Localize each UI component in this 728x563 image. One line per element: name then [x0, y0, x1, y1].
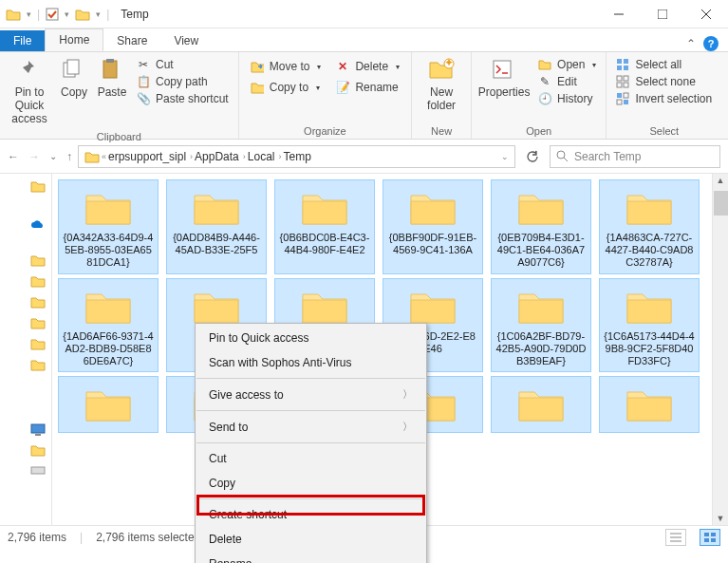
folder-icon	[513, 283, 569, 328]
edit-button[interactable]: ✎Edit	[538, 75, 596, 88]
maximize-button[interactable]	[641, 0, 684, 28]
folder-icon[interactable]	[30, 274, 46, 290]
scroll-down-icon[interactable]: ▼	[717, 514, 725, 523]
cm-copy[interactable]: Copy	[196, 471, 426, 496]
cm-sophos[interactable]: Scan with Sophos Anti-Virus	[196, 350, 426, 375]
qat-checkbox-icon[interactable]	[46, 8, 59, 21]
forward-button[interactable]: →	[28, 150, 40, 163]
vertical-scrollbar[interactable]: ▲ ▼	[712, 174, 728, 525]
cm-give-access[interactable]: Give access to〉	[196, 382, 426, 407]
folder-item[interactable]: {1C06A2BF-BD79-42B5-A90D-79D0DB3B9EAF}	[491, 278, 591, 373]
copy-to-button[interactable]: Copy to▾	[251, 81, 322, 94]
select-all-icon	[616, 58, 629, 71]
copy-to-icon	[251, 81, 264, 94]
group-organize: Move to▾ Copy to▾ ✕Delete▾ 📝Rename Organ…	[239, 52, 412, 139]
help-icon[interactable]: ?	[703, 36, 719, 51]
folder-item[interactable]: {1AD6AF66-9371-4AD2-BDB9-D58E86DE6A7C}	[58, 278, 159, 373]
paste-shortcut-button[interactable]: 📎Paste shortcut	[137, 92, 229, 105]
scrollbar-thumb[interactable]	[714, 191, 728, 216]
folder-item[interactable]	[599, 376, 700, 433]
pin-to-quick-access-button[interactable]: Pin to Quick access	[4, 54, 55, 129]
qat-dropdown-icon[interactable]: ▾	[65, 9, 69, 19]
context-menu: Pin to Quick access Scan with Sophos Ant…	[195, 323, 427, 563]
new-folder-button[interactable]: ✦ New folder	[416, 54, 467, 117]
refresh-button[interactable]	[521, 145, 544, 168]
folder-name: {0EB709B4-E3D1-49C1-BE64-036A7A9077C6}	[495, 232, 587, 270]
properties-button[interactable]: Properties	[476, 54, 532, 103]
svg-rect-22	[617, 100, 622, 104]
tab-view[interactable]: View	[160, 30, 212, 51]
cm-create-shortcut[interactable]: Create shortcut	[196, 502, 426, 527]
folder-icon[interactable]	[30, 295, 46, 310]
details-view-button[interactable]	[665, 529, 686, 546]
drive-icon[interactable]	[30, 464, 46, 479]
open-button[interactable]: Open▾	[538, 58, 596, 71]
breadcrumb-segment[interactable]: Local	[248, 150, 275, 163]
folder-item[interactable]: {0ADD84B9-A446-45AD-B33E-25F5	[166, 179, 267, 274]
chevron-up-icon[interactable]: ⌃	[686, 37, 696, 50]
quick-access-icon[interactable]	[30, 179, 46, 195]
breadcrumb-segment[interactable]: AppData	[195, 150, 239, 163]
up-button[interactable]: ↑	[66, 150, 72, 163]
copy-button[interactable]: Copy	[55, 54, 93, 103]
cm-send-to[interactable]: Send to〉	[196, 414, 426, 440]
group-clipboard: Pin to Quick access Copy Paste ✂Cut 📋Cop…	[0, 52, 239, 139]
history-icon: 🕘	[538, 92, 551, 105]
svg-rect-11	[494, 61, 511, 78]
cm-pin[interactable]: Pin to Quick access	[196, 326, 426, 350]
folder-icon[interactable]	[30, 358, 46, 373]
svg-rect-19	[624, 83, 628, 87]
svg-rect-12	[617, 59, 622, 64]
folder-item[interactable]	[491, 376, 591, 433]
cm-delete[interactable]: Delete	[196, 527, 426, 552]
folder-icon[interactable]	[30, 253, 46, 269]
cm-cut[interactable]: Cut	[196, 446, 426, 471]
folder-item[interactable]	[58, 376, 159, 433]
minimize-button[interactable]	[597, 0, 641, 28]
svg-point-24	[557, 151, 565, 159]
nav-pane[interactable]	[0, 174, 52, 525]
qat-overflow-icon[interactable]: ▾	[96, 9, 101, 19]
move-to-button[interactable]: Move to▾	[251, 60, 322, 73]
invert-selection-button[interactable]: Invert selection	[616, 92, 712, 105]
folder-icon	[404, 184, 461, 230]
this-pc-icon[interactable]	[30, 422, 46, 438]
back-button[interactable]: ←	[8, 150, 19, 163]
breadcrumb-dropdown[interactable]: ⌄	[501, 152, 509, 161]
scroll-up-icon[interactable]: ▲	[717, 176, 725, 185]
breadcrumb-segment[interactable]: erpsupport_sipl	[108, 150, 186, 163]
folder-item[interactable]: {1C6A5173-44D4-49B8-9CF2-5F8D40FD33FC}	[599, 278, 700, 373]
folder-item[interactable]: {0A342A33-64D9-45EB-8955-03EA6581DCA1}	[58, 179, 159, 274]
folder-icon[interactable]	[30, 443, 46, 459]
folder-icon[interactable]	[30, 337, 46, 352]
breadcrumb[interactable]: « erpsupport_sipl› AppData› Local› Temp …	[78, 145, 515, 168]
rename-button[interactable]: 📝Rename	[336, 81, 400, 94]
cm-rename[interactable]: Rename	[196, 552, 426, 563]
select-none-button[interactable]: Select none	[616, 75, 712, 88]
breadcrumb-segment[interactable]: Temp	[283, 150, 310, 163]
folder-item[interactable]: {0B6BDC0B-E4C3-44B4-980F-E4E2	[274, 179, 375, 274]
tab-share[interactable]: Share	[103, 30, 160, 51]
svg-rect-27	[35, 434, 41, 436]
delete-button[interactable]: ✕Delete▾	[336, 60, 400, 73]
folder-item[interactable]: {1A4863CA-727C-4427-B440-C9AD8C32787A}	[599, 179, 700, 274]
recent-dropdown[interactable]: ⌄	[49, 151, 57, 161]
folder-item[interactable]: {0EB709B4-E3D1-49C1-BE64-036A7A9077C6}	[491, 179, 591, 274]
paste-button[interactable]: Paste	[93, 54, 131, 103]
search-input[interactable]: Search Temp	[550, 145, 720, 168]
folder-item[interactable]: {0BBF90DF-91EB-4569-9C41-136A	[383, 179, 483, 274]
folder-icon	[6, 8, 21, 21]
close-button[interactable]	[684, 0, 728, 28]
ribbon: Pin to Quick access Copy Paste ✂Cut 📋Cop…	[0, 52, 728, 140]
select-all-button[interactable]: Select all	[616, 58, 712, 71]
qat-dropdown-icon[interactable]: ▾	[27, 9, 31, 19]
cut-button[interactable]: ✂Cut	[137, 58, 229, 71]
history-button[interactable]: 🕘History	[538, 92, 596, 105]
folder-name: {0B6BDC0B-E4C3-44B4-980F-E4E2	[279, 232, 370, 256]
onedrive-icon[interactable]	[30, 219, 46, 235]
tab-file[interactable]: File	[0, 30, 45, 51]
copy-path-button[interactable]: 📋Copy path	[137, 75, 229, 88]
tab-home[interactable]: Home	[45, 28, 103, 51]
folder-icon[interactable]	[30, 316, 46, 331]
large-icons-view-button[interactable]	[700, 529, 720, 546]
